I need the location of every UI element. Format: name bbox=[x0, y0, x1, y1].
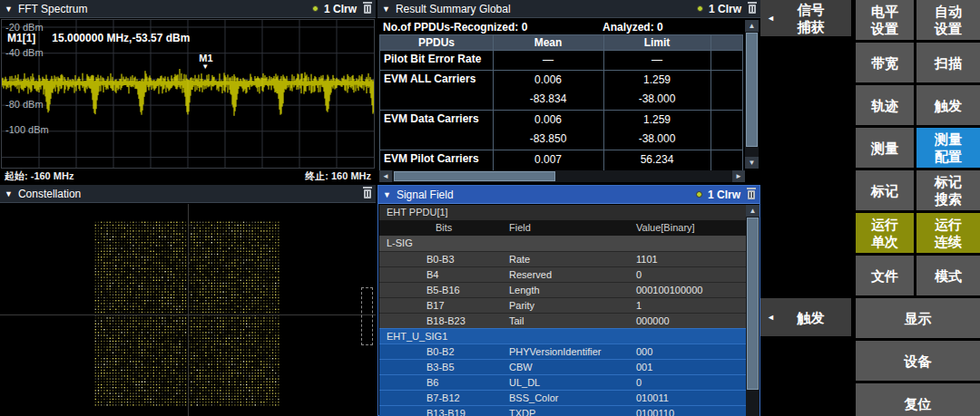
scrollbar-thumb[interactable] bbox=[746, 33, 758, 147]
table-row[interactable]: B3-B5CBW001 bbox=[379, 359, 746, 374]
left-arrow-icon: ◄ bbox=[760, 10, 779, 27]
constellation-header[interactable]: ▼ Constellation bbox=[0, 185, 376, 203]
panel-title: Signal Field bbox=[397, 189, 454, 201]
table-row[interactable]: B13-B19TXDP0100110 bbox=[379, 405, 746, 416]
i-axis-line bbox=[0, 314, 376, 315]
section-row[interactable]: EHT_U_SIG1 bbox=[379, 328, 746, 343]
softkey-area: ◄ 信号捕获 ◄ 触发 电平设置 自动设置 带宽 扫描 轨迹 触发 测量 测量配… bbox=[760, 0, 980, 416]
softkey-menu-trigger[interactable]: ◄ 触发 bbox=[760, 298, 851, 336]
button-marker[interactable]: 标记 bbox=[856, 170, 914, 210]
col-header: PPDUs bbox=[380, 36, 493, 49]
result-summary-table: PPDUs Mean Limit Pilot Bit Error Rate — … bbox=[379, 34, 743, 170]
button-display[interactable]: 显示 bbox=[856, 298, 980, 338]
delete-trace-icon[interactable] bbox=[749, 5, 756, 14]
scroll-up-button[interactable]: ▲ bbox=[745, 20, 759, 32]
button-trigger[interactable]: 触发 bbox=[916, 85, 980, 125]
collapse-icon: ▼ bbox=[382, 5, 390, 14]
left-arrow-icon: ◄ bbox=[760, 309, 779, 326]
signal-field-header[interactable]: ▼ Signal Field 1 Clrw bbox=[378, 186, 760, 204]
collapse-icon: ▼ bbox=[5, 5, 13, 14]
collapse-icon: ▼ bbox=[383, 190, 391, 199]
result-summary-panel: ▼ Result Summary Global 1 Clrw No.of PPD… bbox=[377, 0, 760, 183]
button-reset[interactable]: 复位 bbox=[856, 383, 980, 416]
panel-title: Constellation bbox=[18, 188, 81, 200]
analyzed-count: Analyzed: 0 bbox=[603, 21, 663, 34]
scroll-right-button[interactable]: ► bbox=[732, 170, 745, 182]
trace-led-icon bbox=[697, 5, 703, 12]
constellation-panel: ▼ Constellation bbox=[0, 185, 376, 416]
button-sweep[interactable]: 扫描 bbox=[916, 43, 980, 82]
button-measure[interactable]: 测量 bbox=[856, 128, 914, 168]
recognized-count: No.of PPDUs-Recognized: 0 bbox=[383, 21, 527, 34]
y-tick: -40 dBm bbox=[5, 47, 44, 58]
button-measurement-config[interactable]: 测量配置 bbox=[916, 128, 980, 168]
trace-led-icon bbox=[696, 191, 702, 198]
scrollbar-thumb[interactable] bbox=[394, 171, 555, 181]
button-run-continuous[interactable]: 运行连续 bbox=[916, 213, 980, 253]
vertical-scrollbar[interactable]: ▲ bbox=[746, 205, 760, 416]
start-freq-label: 起始: -160 MHz bbox=[5, 169, 74, 183]
panel-title: FFT Spectrum bbox=[18, 3, 87, 15]
scroll-left-button[interactable]: ◄ bbox=[379, 170, 392, 182]
table-header-row: PPDUs Mean Limit bbox=[380, 35, 742, 50]
button-marker-search[interactable]: 标记搜索 bbox=[916, 170, 980, 210]
table-row: EVM Data Carriers 0.006-83.850 1.259-38.… bbox=[380, 110, 742, 150]
button-mode[interactable]: 模式 bbox=[916, 256, 980, 295]
col-header: Bits bbox=[436, 222, 452, 233]
section-row[interactable]: L-SIG bbox=[379, 236, 746, 251]
table-row[interactable]: B0-B2PHYVersionIdentifier000 bbox=[379, 343, 746, 359]
table-row[interactable]: B18-B23Tail000000 bbox=[379, 313, 746, 328]
button-auto-settings[interactable]: 自动设置 bbox=[916, 0, 980, 40]
table-row[interactable]: B4Reserved0 bbox=[379, 266, 746, 282]
col-header: Field bbox=[509, 222, 531, 233]
collapse-icon: ▼ bbox=[5, 189, 13, 198]
scrollbar-thumb[interactable] bbox=[747, 218, 759, 390]
button-run-single[interactable]: 运行单次 bbox=[856, 213, 914, 253]
button-bandwidth[interactable]: 带宽 bbox=[856, 43, 914, 82]
stop-freq-label: 终止: 160 MHz bbox=[305, 169, 371, 183]
delete-trace-icon[interactable] bbox=[364, 189, 371, 198]
table-row: EVM ALL Carriers 0.006-83.834 1.259-38.0… bbox=[380, 70, 742, 110]
y-tick: -80 dBm bbox=[5, 99, 44, 110]
table-row: Pilot Bit Error Rate — — bbox=[380, 50, 742, 70]
horizontal-scrollbar[interactable]: ◄ ► bbox=[379, 170, 745, 182]
scroll-up-button[interactable]: ▲ bbox=[746, 205, 760, 217]
y-tick: -100 dBm bbox=[5, 124, 49, 135]
button-trace[interactable]: 轨迹 bbox=[856, 85, 914, 125]
table-row[interactable]: B17Parity1 bbox=[379, 297, 746, 313]
vertical-scrollbar[interactable]: ▲ ▼ bbox=[745, 20, 759, 169]
button-file[interactable]: 文件 bbox=[856, 256, 914, 295]
fft-spectrum-panel: ▼ FFT Spectrum 1 Clrw -20 dBm -40 dBm -8… bbox=[0, 0, 376, 183]
table-row[interactable]: B5-B16Length000100100000 bbox=[379, 282, 746, 297]
trace-badge: 1 Clrw bbox=[324, 3, 357, 15]
table-row[interactable]: B7-B12BSS_Color010011 bbox=[379, 390, 746, 405]
fft-spectrum-header[interactable]: ▼ FFT Spectrum 1 Clrw bbox=[0, 0, 376, 18]
table-row[interactable]: B6UL_DL0 bbox=[379, 374, 746, 390]
instrument-screen: ▼ FFT Spectrum 1 Clrw -20 dBm -40 dBm -8… bbox=[0, 0, 980, 416]
q-axis-line bbox=[188, 204, 189, 416]
marker-icon[interactable]: ▼ bbox=[201, 63, 209, 71]
table-subtitle: EHT PPDU[1] bbox=[379, 205, 746, 220]
delete-trace-icon[interactable] bbox=[748, 190, 755, 199]
signal-field-panel: ▼ Signal Field 1 Clrw EHT PPDU[1] Bits F… bbox=[377, 185, 760, 416]
panel-title: Result Summary Global bbox=[396, 3, 511, 15]
signal-field-table: EHT PPDU[1] Bits Field Value[Binary] L-S… bbox=[379, 205, 746, 416]
constellation-graph-area bbox=[0, 204, 376, 416]
col-header: Mean bbox=[493, 36, 603, 49]
result-summary-header[interactable]: ▼ Result Summary Global 1 Clrw bbox=[377, 0, 760, 18]
fft-x-axis-labels: 起始: -160 MHz 终止: 160 MHz bbox=[1, 169, 375, 183]
scroll-down-button[interactable]: ▼ bbox=[745, 157, 759, 169]
col-header: Value[Binary] bbox=[636, 222, 695, 233]
trace-led-icon bbox=[312, 5, 318, 12]
table-row: EVM Pilot Carriers 0.007-82.966 56.234-5… bbox=[380, 150, 742, 171]
table-row[interactable]: B0-B3Rate1101 bbox=[379, 251, 746, 266]
button-device[interactable]: 设备 bbox=[856, 341, 980, 381]
button-level-settings[interactable]: 电平设置 bbox=[856, 0, 914, 40]
marker-readout: M1[1]15.000000 MHz,-53.57 dBm bbox=[7, 32, 190, 44]
trace-badge: 1 Clrw bbox=[709, 3, 741, 15]
splitter-handle[interactable] bbox=[361, 287, 373, 345]
softkey-menu-signal-capture[interactable]: ◄ 信号捕获 bbox=[760, 0, 851, 36]
delete-trace-icon[interactable] bbox=[364, 5, 371, 14]
ppdu-count-row: No.of PPDUs-Recognized: 0 Analyzed: 0 bbox=[379, 20, 743, 34]
col-header: Limit bbox=[603, 36, 710, 49]
